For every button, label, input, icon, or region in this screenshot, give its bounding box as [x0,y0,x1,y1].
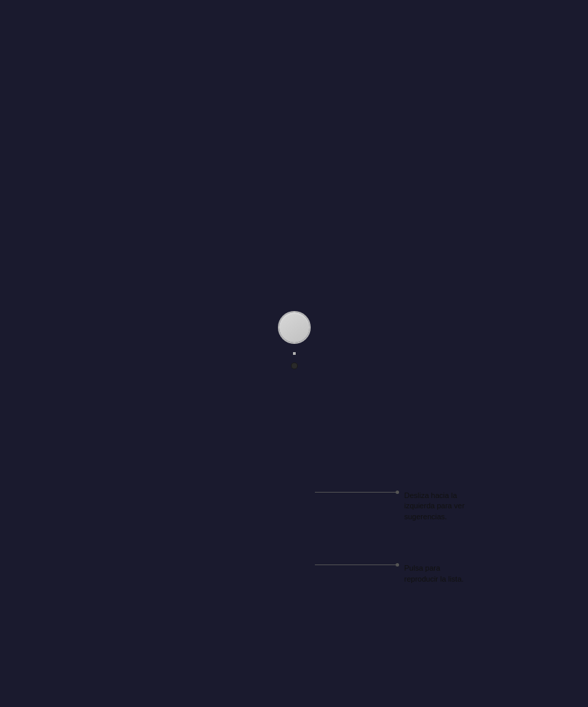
front-camera [292,363,297,369]
annotation-1-text: Desliza hacia la izquierda para ver suge… [405,491,465,522]
annotations: Desliza hacia la izquierda para ver suge… [315,491,465,584]
annotation-2: Pulsa para reproducir la lista. [315,563,465,584]
home-button[interactable] [279,312,309,343]
annotation-2-text: Pulsa para reproducir la lista. [405,563,465,584]
annotation-1: Desliza hacia la izquierda para ver suge… [315,491,465,522]
